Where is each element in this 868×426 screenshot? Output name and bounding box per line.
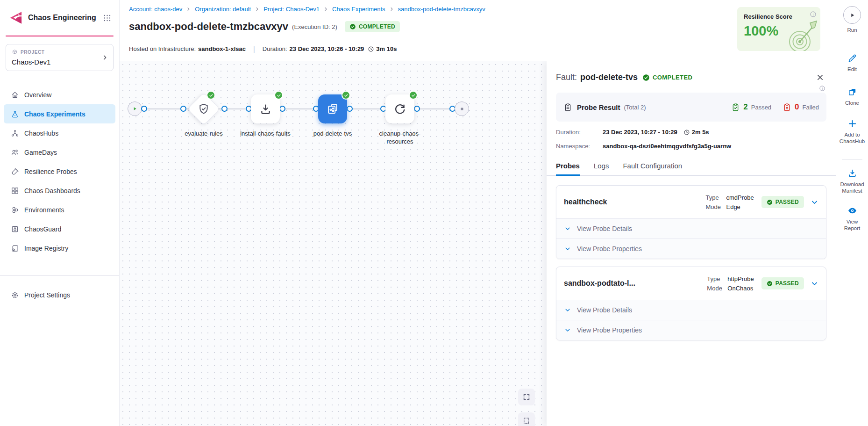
play-icon <box>849 12 856 19</box>
chevron-down-icon <box>564 307 571 313</box>
page-title: sandbox-pod-delete-tmzbcavxyv <box>129 21 288 33</box>
sidebar-item-image-registry[interactable]: Image Registry <box>4 238 115 258</box>
node-label: pod-delete-tvs <box>302 130 363 137</box>
clone-button[interactable]: Clone <box>836 87 868 106</box>
refresh-icon <box>393 102 406 116</box>
pipeline-end-node[interactable] <box>455 101 469 116</box>
people-icon <box>11 148 19 157</box>
chaos-pinwheel-logo-icon <box>7 11 23 25</box>
breadcrumb-item[interactable]: sandbox-pod-delete-tmzbcavxyv <box>398 6 485 13</box>
chevron-down-icon <box>564 245 571 252</box>
run-circle[interactable] <box>843 6 861 24</box>
guard-lock-icon <box>11 225 19 233</box>
action-rail: Run Edit Clone Add to ChaosHub Download … <box>836 0 868 426</box>
fault-status: COMPLETED <box>653 74 692 81</box>
app-title: Chaos Engineering <box>28 14 96 22</box>
probe-status-badge: PASSED <box>761 277 804 289</box>
fault-detail-panel: Fault: pod-delete-tvs COMPLETED Probe Re… <box>547 61 836 426</box>
sidebar-item-overview[interactable]: Overview <box>4 85 115 104</box>
sidebar-item-label: GameDays <box>24 149 57 156</box>
probe-meta: TypehttpProbe ModeOnChaos <box>707 275 754 292</box>
resilience-score-card: Resilience Score 100% <box>737 7 820 51</box>
download-manifest-button[interactable]: Download Manifest <box>836 168 868 194</box>
probe-name: healthcheck <box>564 198 705 206</box>
gear-icon <box>11 291 19 299</box>
sidebar-item-chaosguard[interactable]: ChaosGuard <box>4 219 115 238</box>
node-cleanup-chaos-resources[interactable] <box>385 94 414 123</box>
eye-icon <box>847 206 857 216</box>
resilience-score-label: Resilience Score <box>744 13 814 20</box>
node-pod-delete-tvs[interactable] <box>318 94 347 123</box>
chevron-down-icon[interactable] <box>811 198 818 206</box>
plus-icon <box>847 119 857 129</box>
sidebar-item-chaoshubs[interactable]: ChaosHubs <box>4 123 115 143</box>
edit-label: Edit <box>846 66 858 72</box>
chevron-down-icon[interactable] <box>811 280 818 288</box>
download-manifest-label: Download Manifest <box>836 181 868 194</box>
check-icon <box>344 93 349 98</box>
info-icon[interactable] <box>819 85 825 92</box>
success-badge-icon <box>342 91 350 100</box>
probe-card: healthcheck TypecmdProbe ModeEdge PASSED… <box>556 185 826 259</box>
breadcrumb-item[interactable]: Organization: default <box>195 6 251 13</box>
pipeline-canvas[interactable]: evaluate-rules install-chaos-faults pod-… <box>120 61 836 426</box>
clipboard-icon <box>563 103 572 112</box>
view-probe-details-toggle[interactable]: View Probe Details <box>556 219 826 238</box>
execution-id: (Execution ID: 2) <box>292 23 337 30</box>
sidebar-item-project-settings[interactable]: Project Settings <box>4 285 115 304</box>
dashboard-icon <box>11 187 19 195</box>
brand-divider <box>6 36 114 36</box>
add-to-chaoshub-label: Add to ChaosHub <box>836 131 868 144</box>
node-label: install-chaos-faults <box>235 130 296 137</box>
view-probe-details-toggle[interactable]: View Probe Details <box>556 300 826 320</box>
selection-box-button[interactable] <box>518 412 535 426</box>
edit-button[interactable]: Edit <box>836 53 868 72</box>
failed-label: Failed <box>803 104 819 111</box>
passed-label: Passed <box>751 104 771 111</box>
selection-box-icon <box>522 417 531 425</box>
view-report-button[interactable]: View Report <box>836 206 868 231</box>
tab-fault-configuration[interactable]: Fault Configuration <box>623 162 682 175</box>
tab-logs[interactable]: Logs <box>594 162 609 175</box>
sidebar-item-label: Project Settings <box>24 291 70 299</box>
grid-9-dots-icon[interactable] <box>103 14 112 22</box>
add-to-chaoshub-button[interactable]: Add to ChaosHub <box>836 119 868 144</box>
sidebar-item-gamedays[interactable]: GameDays <box>4 143 115 162</box>
probe-tube-icon <box>11 167 19 176</box>
shield-check-icon <box>197 102 210 116</box>
view-report-label: View Report <box>836 218 868 231</box>
namespace-value: sandbox-qa-dszi0eehtmqgvdfsfg3a5g-uarnw <box>603 143 731 150</box>
breadcrumb-item[interactable]: Project: Chaos-Dev1 <box>263 6 320 13</box>
node-install-chaos-faults[interactable] <box>251 94 280 123</box>
run-button[interactable]: Run <box>836 6 868 33</box>
edge-connector <box>221 106 228 112</box>
chevron-down-icon <box>564 225 571 232</box>
sidebar-item-environments[interactable]: Environments <box>4 200 115 219</box>
clipboard-check-icon <box>731 103 740 112</box>
pipeline-start-node[interactable] <box>128 101 142 116</box>
project-selector[interactable]: PROJECT Chaos-Dev1 <box>6 44 114 71</box>
breadcrumb: Account: chaos-dev Organization: default… <box>129 6 485 13</box>
execution-meta: Hosted on Infrastructure: sandbox-1-xlsa… <box>129 45 397 53</box>
breadcrumb-item[interactable]: Account: chaos-dev <box>129 6 182 13</box>
hub-icon <box>11 129 19 137</box>
probe-name: sandbox-podtato-l... <box>564 279 707 288</box>
view-probe-properties-toggle[interactable]: View Probe Properties <box>556 238 826 259</box>
sidebar-item-chaos-experiments[interactable]: Chaos Experiments <box>4 104 115 123</box>
sidebar-item-chaos-dashboards[interactable]: Chaos Dashboards <box>4 181 115 200</box>
rail-divider <box>842 47 862 47</box>
sidebar-item-resilience-probes[interactable]: Resilience Probes <box>4 162 115 181</box>
info-icon[interactable] <box>810 11 817 18</box>
view-probe-properties-toggle[interactable]: View Probe Properties <box>556 320 826 340</box>
success-badge-icon <box>274 91 283 100</box>
rail-divider <box>842 159 862 159</box>
chevron-right-icon <box>389 7 394 12</box>
chevron-down-icon <box>564 327 571 333</box>
fullscreen-button[interactable] <box>518 389 535 405</box>
tab-probes[interactable]: Probes <box>556 162 580 176</box>
breadcrumb-item[interactable]: Chaos Experiments <box>332 6 385 13</box>
duration-label: Duration: <box>263 45 287 52</box>
download-icon <box>259 103 272 116</box>
close-icon[interactable] <box>816 73 825 82</box>
fault-duration-value: 23 Dec 2023, 10:27 - 10:29 <box>603 129 677 136</box>
